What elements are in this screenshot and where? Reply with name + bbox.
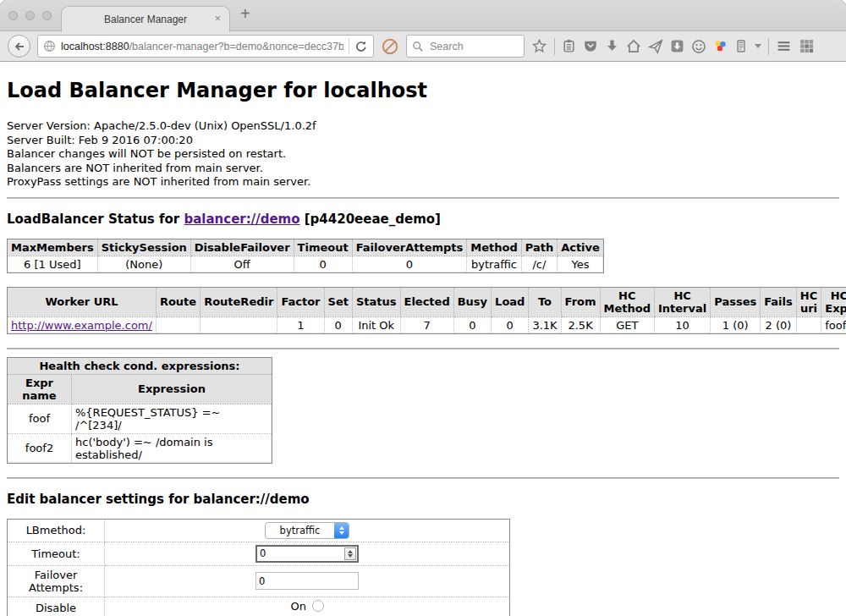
cell-expr-name: foof2	[8, 433, 72, 463]
cell-hc-interval: 10	[654, 316, 710, 333]
window-controls	[8, 11, 52, 20]
timeout-cell	[105, 542, 510, 565]
cell-routeredir	[201, 316, 277, 333]
select-stepper-icon	[334, 523, 349, 538]
zoom-window-button[interactable]	[42, 11, 52, 20]
worker-url-link[interactable]: http://www.example.com/	[11, 319, 152, 332]
palette-icon[interactable]	[713, 39, 728, 53]
disable-failover-cell: On Off	[105, 597, 510, 616]
back-button[interactable]	[8, 35, 30, 58]
cell-load: 0	[492, 316, 529, 333]
lbmethod-selected-value: bytraffic	[266, 525, 334, 536]
url-text[interactable]: localhost:8880/balancer-manager?b=demo&n…	[61, 41, 343, 52]
cell-expression: %{REQUEST_STATUS} =~ /^[234]/	[72, 404, 272, 433]
divider	[7, 477, 839, 479]
cell-route	[156, 316, 200, 333]
form-row-disable-failover: Disable Failover: On Off	[8, 597, 510, 616]
apps-grid-icon[interactable]	[799, 38, 815, 54]
toolbar-divider	[554, 38, 555, 55]
col-method: Method	[467, 239, 521, 256]
page-title: Load Balancer Manager for localhost	[7, 79, 839, 103]
cell-hc-expr: foof2	[821, 316, 846, 333]
home-icon[interactable]	[626, 39, 641, 54]
close-window-button[interactable]	[8, 11, 18, 20]
cell-busy: 0	[453, 316, 491, 333]
col-disablefailover: DisableFailover	[190, 239, 294, 256]
search-input[interactable]	[428, 40, 513, 53]
divider	[7, 348, 839, 349]
table-row: foof2 hc('body') =~ /domain is establish…	[8, 433, 272, 463]
health-table-title: Health check cond. expressions:	[8, 357, 272, 374]
tab-close-icon[interactable]: ×	[214, 12, 221, 25]
cell-fails: 2 (0)	[761, 316, 797, 333]
bookmark-star-icon[interactable]	[531, 38, 547, 54]
table-row: http://www.example.com/ 1 0 Init Ok 7 0 …	[8, 316, 846, 333]
cell-expr-name: foof	[8, 404, 72, 433]
health-check-table: Health check cond. expressions: Expr nam…	[7, 357, 272, 464]
url-domain: localhost:8880	[61, 41, 129, 52]
cell-set: 0	[324, 316, 352, 333]
balancer-status-table: MaxMembers StickySession DisableFailover…	[7, 239, 604, 273]
number-spinner-icon[interactable]	[344, 547, 356, 560]
url-path: /balancer-manager?b=demo&nonce=decc37be-…	[129, 41, 343, 52]
timeout-input[interactable]	[255, 545, 359, 563]
col-load: Load	[492, 287, 529, 316]
failover-attempts-input[interactable]	[255, 572, 359, 590]
server-info: Server Version: Apache/2.5.0-dev (Unix) …	[7, 119, 839, 190]
timeout-input-field[interactable]	[257, 547, 344, 559]
download-icon[interactable]	[605, 39, 619, 53]
disable-failover-on-radio[interactable]	[312, 600, 324, 612]
block-icon[interactable]	[381, 37, 399, 56]
divider	[7, 197, 839, 199]
cell-failoverattempts: 0	[352, 256, 467, 272]
smiley-icon[interactable]	[691, 39, 706, 54]
tab-bar: Balancer Manager × +	[0, 0, 846, 31]
pocket-icon[interactable]	[583, 39, 598, 54]
container-icon[interactable]	[734, 39, 748, 53]
search-bar[interactable]	[406, 35, 525, 58]
cell-hc-method: GET	[600, 316, 654, 333]
col-hc-expr: HC Expr	[821, 287, 846, 316]
cell-from: 2.5K	[561, 316, 600, 333]
col-stickysession: StickySession	[97, 239, 190, 256]
cell-stickysession: (None)	[97, 256, 190, 272]
failover-attempts-label: Failover Attempts:	[8, 565, 105, 597]
toolbar-divider	[768, 38, 769, 55]
back-icon	[13, 40, 26, 53]
lbmethod-select[interactable]: bytraffic	[265, 522, 349, 539]
url-bar[interactable]: localhost:8880/balancer-manager?b=demo&n…	[37, 35, 374, 58]
edit-settings-heading: Edit balancer settings for balancer://de…	[7, 492, 839, 507]
radio-on-label: On	[291, 600, 306, 613]
video-download-icon[interactable]	[670, 39, 684, 53]
send-icon[interactable]	[648, 39, 663, 54]
reload-icon[interactable]	[354, 40, 368, 53]
menu-icon[interactable]	[776, 38, 792, 54]
status-heading-prefix: LoadBalancer Status for	[7, 212, 184, 227]
notice-persist: Balancer changes will NOT be persisted o…	[7, 147, 839, 162]
col-route: Route	[156, 287, 200, 316]
failover-attempts-cell	[105, 565, 510, 597]
form-row-timeout: Timeout:	[8, 542, 510, 565]
minimize-window-button[interactable]	[25, 11, 35, 20]
lbmethod-label: LBmethod:	[8, 519, 105, 542]
failover-attempts-input-field[interactable]	[256, 575, 358, 587]
cell-hc-uri	[796, 316, 821, 333]
table-header-row: Worker URL Route RouteRedir Factor Set S…	[8, 287, 846, 316]
server-built: Server Built: Feb 9 2016 07:00:20	[7, 134, 839, 148]
dropdown-caret-icon[interactable]	[755, 44, 761, 48]
cell-worker-url: http://www.example.com/	[8, 316, 157, 333]
tab-balancer-manager[interactable]: Balancer Manager ×	[61, 6, 230, 32]
col-expr-name: Expr name	[8, 374, 72, 404]
cell-disablefailover: Off	[190, 256, 294, 272]
clipboard-icon[interactable]	[562, 39, 576, 53]
form-row-lbmethod: LBmethod: bytraffic	[8, 519, 510, 542]
search-icon	[412, 41, 424, 52]
worker-table: Worker URL Route RouteRedir Factor Set S…	[7, 287, 846, 334]
col-failoverattempts: FailoverAttempts	[352, 239, 467, 256]
col-status: Status	[352, 287, 400, 316]
new-tab-button[interactable]: +	[240, 4, 250, 24]
col-worker-url: Worker URL	[8, 287, 157, 316]
cell-status: Init Ok	[352, 316, 400, 333]
navigation-toolbar: localhost:8880/balancer-manager?b=demo&n…	[0, 31, 846, 62]
balancer-demo-link[interactable]: balancer://demo	[184, 212, 299, 227]
